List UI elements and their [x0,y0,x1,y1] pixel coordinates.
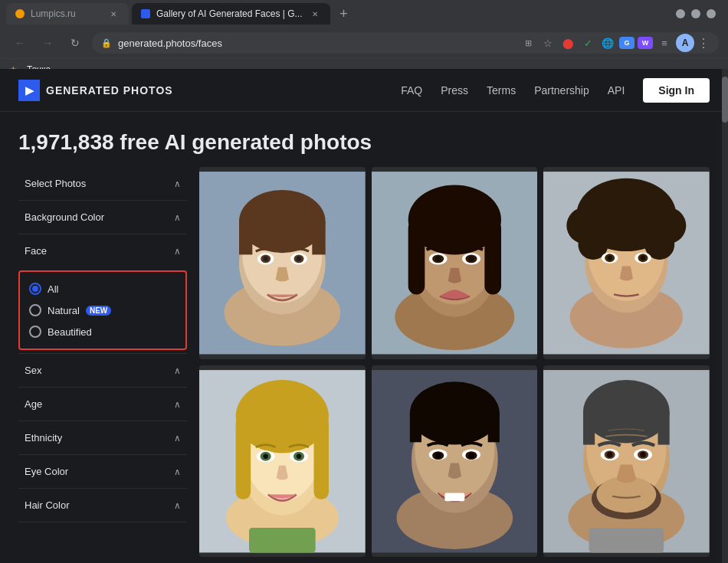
age-chevron: ∧ [174,399,181,410]
svg-point-25 [468,256,474,262]
site-nav: ▶ GENERATED PHOTOS FAQ Press Terms Partn… [0,69,728,112]
extension-icon-blue[interactable]: G [619,37,635,49]
svg-point-40 [641,255,646,260]
background-color-chevron: ∧ [174,212,181,223]
svg-rect-5 [239,221,252,254]
sidebar-header-ethnicity[interactable]: Ethnicity ∧ [18,421,187,454]
minimize-button[interactable] [676,9,685,18]
url-text: generated.photos/faces [118,38,513,49]
background-color-label: Background Color [25,211,104,223]
svg-rect-68 [444,493,464,501]
generated-favicon [141,9,150,18]
tab-lumpics-close[interactable]: ✕ [107,8,120,20]
ethnicity-label: Ethnicity [25,432,62,444]
photo-card-5[interactable] [372,365,538,558]
svg-point-67 [468,452,474,458]
svg-rect-84 [589,527,664,552]
face-option-natural[interactable]: Natural NEW [26,300,179,321]
svg-point-12 [297,257,301,261]
sidebar-header-background-color[interactable]: Background Color ∧ [18,201,187,234]
window-controls [676,9,722,18]
tab-strip-icon[interactable]: ≡ [656,34,673,51]
sidebar-header-hair-color[interactable]: Hair Color ∧ [18,489,187,522]
sidebar-header-sex[interactable]: Sex ∧ [18,354,187,387]
sidebar-section-background-color: Background Color ∧ [18,201,187,234]
photo-face-4 [199,365,366,558]
close-button[interactable] [707,9,716,18]
svg-point-53 [297,453,301,458]
eye-color-chevron: ∧ [174,466,181,477]
address-bar-actions: ⊞ ☆ ⬤ ✓ 🌐 G W ≡ A ⋮ [520,34,710,52]
website: ▶ GENERATED PHOTOS FAQ Press Terms Partn… [0,69,728,563]
extension-icon-globe[interactable]: 🌐 [599,34,616,51]
photo-card-3[interactable] [543,167,710,359]
address-bar-row: ← → ↻ 🔒 generated.photos/faces ⊞ ☆ ⬤ ✓ 🌐… [0,28,728,58]
extension-icon-green[interactable]: ✓ [579,34,596,51]
svg-rect-46 [236,416,251,499]
refresh-button[interactable]: ↻ [64,32,86,54]
nav-api[interactable]: API [608,84,625,97]
nav-faq[interactable]: FAQ [401,84,422,97]
sidebar-section-eye-color: Eye Color ∧ [18,455,187,489]
address-bar[interactable]: 🔒 generated.photos/faces ⊞ ☆ ⬤ ✓ 🌐 G W ≡… [92,32,719,54]
profile-avatar[interactable]: A [676,34,694,52]
photo-card-2[interactable] [372,167,538,359]
menu-button[interactable]: ⋮ [697,36,710,51]
lumpics-favicon [15,9,25,18]
extension-icon-purple[interactable]: W [638,37,653,49]
star-icon[interactable]: ☆ [539,34,556,51]
photo-grid [199,167,710,563]
radio-all-label: All [48,283,58,295]
new-badge: NEW [86,306,111,316]
nav-press[interactable]: Press [441,84,468,97]
eye-color-label: Eye Color [25,466,68,477]
forward-button[interactable]: → [37,32,58,54]
svg-rect-19 [484,220,501,295]
sex-label: Sex [25,365,41,376]
photo-card-4[interactable] [199,365,366,558]
cast-icon[interactable]: ⊞ [520,34,536,51]
photo-card-1[interactable] [199,167,366,359]
select-photos-label: Select Photos [25,178,86,189]
sidebar-section-select-photos: Select Photos ∧ [18,167,187,201]
logo-text: GENERATED PHOTOS [46,84,173,97]
nav-partnership[interactable]: Partnership [534,84,589,97]
tab-generated[interactable]: Gallery of AI Generated Faces | G... ✕ [132,3,330,25]
sidebar-section-face: Face ∧ All [18,234,187,354]
content-area: Select Photos ∧ Background Color ∧ Face [18,167,710,563]
nav-terms[interactable]: Terms [487,84,516,97]
sidebar-header-age[interactable]: Age ∧ [18,388,187,421]
face-chevron: ∧ [174,246,181,257]
svg-rect-74 [583,411,595,444]
scrollbar-track[interactable] [722,69,728,563]
sidebar-header-select-photos[interactable]: Select Photos ∧ [18,167,187,200]
photo-card-6[interactable] [543,365,710,558]
back-button[interactable]: ← [9,32,31,54]
tab-generated-close[interactable]: ✕ [309,8,321,20]
svg-rect-60 [409,413,421,442]
sidebar-section-hair-color: Hair Color ∧ [18,489,187,522]
radio-natural-label: Natural [48,305,80,316]
new-tab-button[interactable]: + [333,3,355,25]
svg-point-59 [409,381,499,444]
sign-in-button[interactable]: Sign In [643,78,710,103]
svg-point-39 [608,255,613,260]
svg-rect-47 [313,416,328,499]
tab-generated-label: Gallery of AI Generated Faces | G... [156,8,303,19]
face-option-beautified[interactable]: Beautified [26,321,179,342]
photo-face-2 [372,167,538,359]
photo-face-3 [543,167,710,359]
svg-rect-54 [249,527,316,552]
scrollbar-thumb[interactable] [722,77,728,123]
sidebar-header-face[interactable]: Face ∧ [18,234,187,267]
svg-rect-75 [658,411,670,444]
radio-natural-circle [29,304,41,316]
extension-icon-red[interactable]: ⬤ [559,34,576,51]
tab-lumpics[interactable]: Lumpics.ru ✕ [6,3,129,25]
age-label: Age [25,398,42,410]
nav-links: FAQ Press Terms Partnership API Sign In [401,78,710,103]
radio-all-dot [32,286,38,292]
maximize-button[interactable] [691,9,700,18]
face-option-all[interactable]: All [26,278,179,300]
sidebar-header-eye-color[interactable]: Eye Color ∧ [18,455,187,488]
